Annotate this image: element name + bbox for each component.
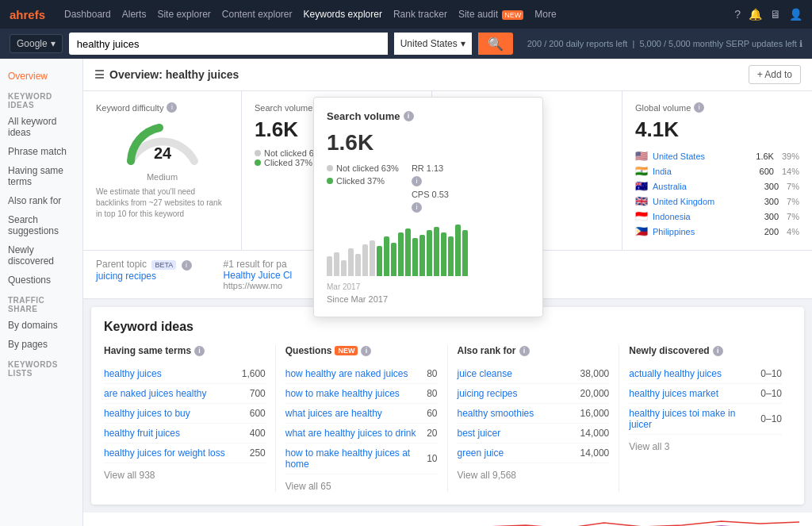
- list-item: healthy juices for weight loss 250: [104, 443, 266, 463]
- sidebar-traffic-share-label: TRAFFIC SHARE: [0, 290, 82, 316]
- arf-info[interactable]: i: [519, 346, 530, 356]
- having-same-terms-header: Having same terms i: [104, 345, 266, 356]
- sidebar-by-pages[interactable]: By pages: [0, 335, 82, 354]
- questions-info[interactable]: i: [361, 346, 371, 356]
- nav-rank-tracker[interactable]: Rank tracker: [393, 9, 447, 20]
- nd-view-all[interactable]: View all 3: [629, 441, 782, 452]
- parent-result-link[interactable]: Healthy Juice Cl: [224, 270, 293, 281]
- q-row-1-link[interactable]: how to make healthy juices: [285, 388, 420, 399]
- hst-row-2-link[interactable]: healthy juices to buy: [104, 408, 243, 419]
- add-to-button[interactable]: + Add to: [749, 65, 801, 84]
- q-row-2-link[interactable]: what juices are healthy: [285, 408, 420, 419]
- global-volume-label: Global volume i: [635, 102, 799, 113]
- sv-popup-info[interactable]: i: [404, 111, 414, 121]
- bell-icon[interactable]: 🔔: [749, 8, 762, 21]
- arf-row-3-link[interactable]: best juicer: [458, 428, 574, 439]
- nav-dashboard[interactable]: Dashboard: [64, 9, 111, 20]
- arf-view-all[interactable]: View all 9,568: [458, 470, 610, 481]
- newly-discovered-col: Newly discovered i actually healthy juic…: [619, 345, 791, 492]
- nd-row-1-link[interactable]: healthy juices market: [629, 388, 754, 399]
- arf-row-2-vol: 16,000: [580, 408, 610, 419]
- sidebar-having-same-terms[interactable]: Having same terms: [0, 161, 82, 191]
- list-item: best juicer 14,000: [458, 424, 610, 443]
- q-row-0-link[interactable]: how healthy are naked juices: [285, 368, 420, 379]
- search-button[interactable]: 🔍: [478, 33, 513, 55]
- arf-row-0-link[interactable]: juice cleanse: [458, 368, 574, 379]
- list-item: green juice 14,000: [458, 443, 610, 463]
- sidebar: Overview KEYWORD IDEAS All keyword ideas…: [0, 59, 83, 526]
- global-volume-card: Global volume i 4.1K 🇺🇸United States1.6K…: [622, 91, 812, 250]
- content-area: ☰ Overview: healthy juices + Add to Keyw…: [83, 59, 812, 526]
- arf-row-2-link[interactable]: healthy smoothies: [458, 408, 574, 419]
- search-input[interactable]: [69, 33, 388, 55]
- hst-row-1-link[interactable]: are naked juices healthy: [104, 388, 243, 399]
- list-item: how to make healthy juices at home 10: [285, 443, 438, 474]
- arf-row-1-link[interactable]: juicing recipes: [458, 388, 574, 399]
- user-icon[interactable]: 👤: [789, 8, 802, 21]
- sidebar-tab-overview[interactable]: Overview: [0, 67, 82, 86]
- nav-links: Dashboard Alerts Site explorer Content e…: [64, 9, 557, 20]
- country-select[interactable]: United States ▾: [394, 33, 472, 55]
- hst-view-all[interactable]: View all 938: [104, 470, 266, 481]
- q-row-4-link[interactable]: how to make healthy juices at home: [285, 447, 420, 470]
- sidebar-questions[interactable]: Questions: [0, 271, 82, 290]
- hst-row-0-link[interactable]: healthy juices: [104, 368, 236, 379]
- nav-content-explorer[interactable]: Content explorer: [222, 9, 293, 20]
- hst-row-1-vol: 700: [250, 388, 266, 399]
- nav-site-audit[interactable]: Site audit NEW: [458, 9, 523, 20]
- sidebar-phrase-match[interactable]: Phrase match: [0, 142, 82, 161]
- parent-result-url: https://www.mo: [224, 281, 293, 290]
- questions-new-badge: NEW: [335, 346, 358, 355]
- keyword-ideas-title: Keyword ideas: [104, 320, 791, 334]
- sv-popup-date-label: Mar 2017: [327, 282, 530, 291]
- search-engine-select[interactable]: Google ▾: [10, 34, 63, 53]
- also-rank-for-header: Also rank for i: [458, 345, 610, 356]
- questions-view-all[interactable]: View all 65: [285, 481, 438, 492]
- nd-row-0-link[interactable]: actually healthy juices: [629, 368, 754, 379]
- nd-row-2-link[interactable]: healthy juices toi make in juicer: [629, 408, 754, 430]
- kd-note: We estimate that you'll need backlinks f…: [96, 186, 228, 220]
- svg-text:24: 24: [153, 144, 171, 162]
- parent-topic-info[interactable]: i: [182, 260, 192, 271]
- sidebar-search-suggestions[interactable]: Search suggestions: [0, 210, 82, 240]
- hst-info[interactable]: i: [194, 346, 205, 356]
- q-row-1-vol: 80: [427, 388, 437, 399]
- also-rank-for-col: Also rank for i juice cleanse 38,000 jui…: [448, 345, 620, 492]
- keyword-ideas-columns: Having same terms i healthy juices 1,600…: [104, 345, 791, 492]
- nd-info[interactable]: i: [713, 346, 723, 356]
- arf-row-4-link[interactable]: green juice: [458, 447, 574, 459]
- sv-popup-meta: Not clicked 63% Clicked 37% RR 1.13 i CP…: [327, 163, 530, 213]
- nav-site-explorer[interactable]: Site explorer: [157, 9, 210, 20]
- arf-row-3-vol: 14,000: [580, 428, 610, 439]
- keyword-difficulty-info[interactable]: i: [167, 102, 177, 113]
- list-item: actually healthy juices 0–10: [629, 364, 782, 384]
- gauge-svg: 24: [123, 117, 202, 169]
- parent-topic-link[interactable]: juicing recipes: [96, 271, 156, 282]
- gv-info[interactable]: i: [694, 102, 704, 113]
- sidebar-also-rank-for[interactable]: Also rank for: [0, 191, 82, 210]
- sidebar-keywords-lists-label: KEYWORDS LISTS: [0, 354, 82, 380]
- list-item: how healthy are naked juices 80: [285, 364, 438, 384]
- list-item: are naked juices healthy 700: [104, 384, 266, 404]
- sidebar-keyword-ideas-label: KEYWORD IDEAS: [0, 86, 82, 112]
- search-volume-popup: Search volume i 1.6K Not clicked 63% Cli…: [313, 97, 543, 317]
- search-meta: 200 / 200 daily reports left | 5,000 / 5…: [527, 39, 802, 49]
- monitor-icon[interactable]: 🖥: [770, 8, 781, 21]
- questions-header: Questions NEW i: [285, 345, 438, 356]
- gv-row-id: 🇮🇩Indonesia3007%: [635, 209, 799, 224]
- nav-alerts[interactable]: Alerts: [122, 9, 147, 20]
- sidebar-all-keyword-ideas[interactable]: All keyword ideas: [0, 112, 82, 142]
- rr-info[interactable]: i: [412, 176, 422, 186]
- sidebar-by-domains[interactable]: By domains: [0, 316, 82, 335]
- sidebar-newly-discovered[interactable]: Newly discovered: [0, 240, 82, 271]
- nd-row-0-vol: 0–10: [760, 368, 782, 379]
- cps-info[interactable]: i: [412, 202, 422, 213]
- nav-keywords-explorer[interactable]: Keywords explorer: [304, 9, 382, 20]
- overview-title: Overview: healthy juices: [109, 68, 239, 81]
- hst-row-4-link[interactable]: healthy juices for weight loss: [104, 447, 243, 459]
- q-row-3-link[interactable]: what are healthy juices to drink: [285, 428, 420, 439]
- help-icon[interactable]: ?: [734, 8, 741, 21]
- search-bar: Google ▾ United States ▾ 🔍 200 / 200 dai…: [0, 29, 812, 59]
- nav-more[interactable]: More: [534, 9, 556, 20]
- hst-row-3-link[interactable]: healthy fruit juices: [104, 428, 243, 439]
